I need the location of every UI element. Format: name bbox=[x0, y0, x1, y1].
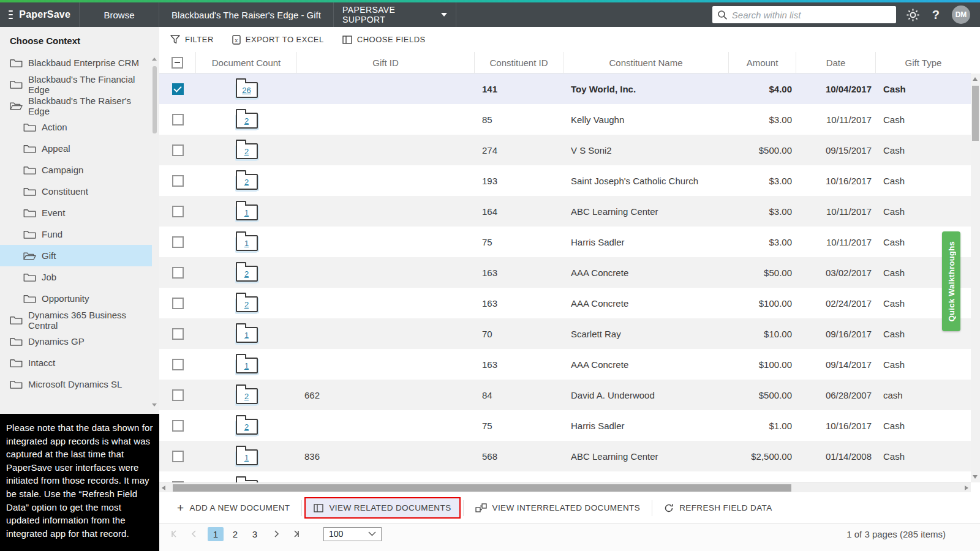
document-count-folder-icon[interactable]: 1 bbox=[236, 358, 258, 373]
sidebar-item-campaign[interactable]: Campaign bbox=[0, 159, 152, 181]
help-icon[interactable]: ? bbox=[932, 8, 940, 22]
scroll-up-icon[interactable] bbox=[152, 58, 157, 61]
sidebar-item-job[interactable]: Job bbox=[0, 266, 152, 288]
sidebar-item-fund[interactable]: Fund bbox=[0, 223, 152, 245]
user-avatar[interactable]: DM bbox=[952, 6, 970, 24]
vertical-scrollbar[interactable] bbox=[971, 73, 980, 482]
support-menu[interactable]: PAPERSAVE SUPPORT bbox=[334, 2, 456, 27]
sidebar-item-blackbaud-s-the-financial-edge[interactable]: Blackbaud's The Financial Edge bbox=[0, 73, 152, 95]
document-count-folder-icon[interactable]: 2 bbox=[236, 266, 258, 282]
row-checkbox[interactable] bbox=[172, 114, 184, 126]
sidebar-item-dynamics-365-business-central[interactable]: Dynamics 365 Business Central bbox=[0, 309, 152, 331]
document-count-folder-icon[interactable]: 1 bbox=[236, 327, 258, 343]
scroll-down-icon[interactable] bbox=[973, 475, 978, 479]
table-row[interactable]: 266284David A. Underwood$500.0006/28/200… bbox=[159, 380, 971, 410]
previous-page-button[interactable] bbox=[186, 527, 202, 541]
sidebar-item-dynamics-gp[interactable]: Dynamics GP bbox=[0, 331, 152, 352]
document-count-folder-icon[interactable]: 2 bbox=[236, 113, 258, 129]
sidebar-item-intacct[interactable]: Intacct bbox=[0, 352, 152, 373]
scroll-down-icon[interactable] bbox=[152, 403, 157, 407]
row-checkbox[interactable] bbox=[172, 420, 184, 432]
sidebar-item-appeal[interactable]: Appeal bbox=[0, 138, 152, 159]
document-count-folder-icon[interactable]: 26 bbox=[236, 82, 258, 98]
table-row[interactable]: 1836568ABC Learning Center$2,500.0001/14… bbox=[159, 441, 971, 471]
row-checkbox[interactable] bbox=[172, 267, 184, 279]
table-row[interactable]: 2274V S Soni2$500.0009/15/2017Cash bbox=[159, 135, 971, 165]
col-amount[interactable]: Amount bbox=[729, 52, 796, 73]
view-related-documents-button[interactable]: VIEW RELATED DOCUMENTS bbox=[304, 497, 460, 519]
row-checkbox[interactable] bbox=[172, 359, 184, 370]
add-new-document-button[interactable]: + ADD A NEW DOCUMENT bbox=[168, 497, 299, 519]
last-page-button[interactable] bbox=[288, 527, 304, 541]
table-row[interactable]: 26141Toy World, Inc.$4.0010/04/2017Cash bbox=[159, 73, 971, 104]
sidebar-item-blackbaud-s-the-raiser-s-edge[interactable]: Blackbaud's The Raiser's Edge bbox=[0, 95, 152, 116]
row-checkbox[interactable] bbox=[172, 451, 184, 462]
document-count-folder-icon[interactable]: 1 bbox=[236, 235, 258, 251]
table-row[interactable]: 275Harris Sadler$1.0010/16/2017Cash bbox=[159, 410, 971, 441]
row-checkbox[interactable] bbox=[172, 389, 184, 401]
document-count-folder-icon[interactable]: 2 bbox=[236, 296, 258, 312]
hscroll-thumb[interactable] bbox=[173, 484, 791, 492]
col-gift-type[interactable]: Gift Type bbox=[876, 52, 971, 73]
table-row[interactable]: 1164ABC Learning Center$3.0010/11/2017Ca… bbox=[159, 196, 971, 227]
sidebar-item-constituent[interactable]: Constituent bbox=[0, 181, 152, 202]
row-checkbox[interactable] bbox=[172, 298, 184, 309]
select-all-checkbox[interactable] bbox=[172, 57, 183, 69]
document-count-folder-icon[interactable]: 2 bbox=[236, 174, 258, 190]
document-count-folder-icon[interactable]: 2 bbox=[236, 143, 258, 159]
page-button-1[interactable]: 1 bbox=[208, 527, 224, 541]
col-date[interactable]: Date bbox=[796, 52, 876, 73]
table-row[interactable]: 170Scarlett Ray$10.0009/16/2017Cash bbox=[159, 318, 971, 349]
search-input[interactable] bbox=[732, 10, 891, 20]
scroll-right-icon[interactable] bbox=[965, 485, 968, 490]
first-page-button[interactable] bbox=[167, 527, 183, 541]
document-count-folder-icon[interactable]: 1 bbox=[236, 449, 258, 465]
sidebar-item-opportunity[interactable]: Opportunity bbox=[0, 288, 152, 309]
page-button-2[interactable]: 2 bbox=[227, 527, 243, 541]
choose-fields-button[interactable]: CHOOSE FIELDS bbox=[342, 35, 426, 44]
table-row[interactable]: 2163AAA Concrete$50.0003/02/2017Cash bbox=[159, 257, 971, 288]
col-constituent-name[interactable]: Constituent Name bbox=[564, 52, 729, 73]
quick-walkthroughs-tab[interactable]: Quick Walkthroughs bbox=[942, 231, 960, 331]
search-box[interactable] bbox=[712, 6, 896, 23]
gear-icon[interactable] bbox=[906, 8, 920, 22]
sidebar-item-action[interactable]: Action bbox=[0, 116, 152, 138]
col-document-count[interactable]: Document Count bbox=[196, 52, 297, 73]
nav-browse[interactable]: Browse bbox=[80, 2, 159, 27]
horizontal-scrollbar[interactable] bbox=[159, 482, 971, 492]
refresh-field-data-button[interactable]: REFRESH FIELD DATA bbox=[655, 498, 781, 519]
row-checkbox[interactable] bbox=[172, 83, 184, 95]
sidebar-item-microsoft-dynamics-sl[interactable]: Microsoft Dynamics SL bbox=[0, 373, 152, 395]
document-count-folder-icon[interactable]: 1 bbox=[236, 204, 258, 220]
next-page-button[interactable] bbox=[268, 527, 284, 541]
col-gift-id[interactable]: Gift ID bbox=[297, 52, 475, 73]
document-count-folder-icon[interactable]: 2 bbox=[236, 419, 258, 435]
sidebar-item-blackbaud-enterprise-crm[interactable]: Blackbaud Enterprise CRM bbox=[0, 52, 152, 73]
table-row[interactable]: 175Harris Sadler$3.0010/11/2017Cash bbox=[159, 227, 971, 257]
sidebar-item-event[interactable]: Event bbox=[0, 202, 152, 223]
scroll-up-icon[interactable] bbox=[973, 77, 978, 81]
col-constituent-id[interactable]: Constituent ID bbox=[475, 52, 564, 73]
table-row[interactable]: 1163AAA Concrete$100.0009/14/2017Cash bbox=[159, 349, 971, 380]
view-interrelated-documents-button[interactable]: VIEW INTERRELATED DOCUMENTS bbox=[466, 498, 650, 518]
row-checkbox[interactable] bbox=[172, 144, 184, 156]
vscroll-thumb[interactable] bbox=[972, 86, 979, 141]
table-row[interactable]: 285Kelly Vaughn$3.0010/11/2017Cash bbox=[159, 104, 971, 135]
row-checkbox[interactable] bbox=[172, 175, 184, 187]
table-row[interactable]: 2193Saint Joseph's Catholic Church$3.001… bbox=[159, 165, 971, 196]
export-to-excel-button[interactable]: x EXPORT TO EXCEL bbox=[232, 35, 324, 45]
sidebar-scroll-thumb[interactable] bbox=[153, 66, 157, 133]
document-count-folder-icon[interactable]: 2 bbox=[236, 388, 258, 404]
sidebar-scrollbar[interactable] bbox=[152, 58, 157, 407]
table-row[interactable]: 2163AAA Concrete$100.0002/24/2017Cash bbox=[159, 288, 971, 318]
table-row[interactable]: 38495Geoffrey T. Beckner$30.0007/01/2008… bbox=[159, 471, 971, 482]
page-button-3[interactable]: 3 bbox=[247, 527, 263, 541]
scroll-left-icon[interactable] bbox=[162, 485, 165, 490]
hamburger-menu-icon[interactable] bbox=[9, 10, 13, 19]
page-size-select[interactable]: 100 bbox=[323, 527, 382, 541]
row-checkbox[interactable] bbox=[172, 236, 184, 248]
row-checkbox[interactable] bbox=[172, 328, 184, 340]
sidebar-item-gift[interactable]: Gift bbox=[0, 245, 152, 266]
filter-button[interactable]: FILTER bbox=[170, 35, 214, 44]
row-checkbox[interactable] bbox=[172, 206, 184, 217]
